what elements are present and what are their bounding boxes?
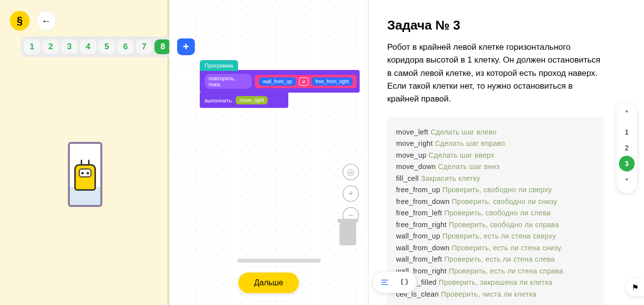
step-3[interactable]: 3 <box>61 39 78 54</box>
command-desc: Сделать шаг вверх <box>427 151 494 159</box>
command-row: wall_from_right Проверить, есть ли стена… <box>396 266 595 277</box>
command-row: move_down Сделать шаг вниз <box>396 161 595 172</box>
block-editor-panel: + Программа повторять, пока wall_from_up… <box>169 0 368 305</box>
command-desc: Сделать шаг вниз <box>436 163 500 170</box>
canvas-controls: ◎ + − <box>342 164 359 224</box>
command-name: free_from_down <box>396 198 450 205</box>
next-button[interactable]: Дальше <box>238 272 299 293</box>
block-program-header[interactable]: Программа <box>200 60 238 71</box>
zoom-in-button[interactable]: + <box>342 185 359 202</box>
block-program[interactable]: Программа повторять, пока wall_from_up и… <box>200 60 360 108</box>
command-desc: Проверить, свободно ли сверху <box>440 186 552 194</box>
command-name: free_from_left <box>396 209 442 217</box>
command-row: free_from_left Проверить, свободно ли сл… <box>396 207 595 219</box>
subtask-up-button[interactable]: ˄ <box>619 106 634 121</box>
repeat-label: повторять, пока <box>205 74 252 89</box>
cond-and[interactable]: и <box>299 77 309 86</box>
commands-reference: move_left Сделать шаг влевоmove_right Сд… <box>387 117 604 305</box>
command-row: move_left Сделать шаг влево <box>396 127 595 138</box>
command-desc: Проверить, закрашена ли клетка <box>436 278 552 286</box>
task-title: Задача № 3 <box>387 18 629 33</box>
command-name: free_from_up <box>396 186 440 194</box>
command-row: cell_is_filled Проверить, закрашена ли к… <box>396 277 595 288</box>
command-name: move_down <box>396 163 436 170</box>
flag-button[interactable]: ⚑ <box>626 278 644 296</box>
braces-icon <box>400 278 409 287</box>
command-desc: Проверить, есть ли стена снизу <box>450 244 561 252</box>
command-row: cell_is_clean Проверить, чиста ли клетка <box>396 289 595 300</box>
step-1[interactable]: 1 <box>24 39 40 54</box>
subtask-down-button[interactable]: ˅ <box>619 174 634 189</box>
step-8[interactable]: 8 <box>154 39 171 54</box>
block-do[interactable]: выполнить move_right <box>200 93 288 108</box>
command-row: wall_from_down Проверить, есть ли стена … <box>396 242 595 254</box>
command-row: move_right Сделать шаг вправо <box>396 138 595 149</box>
robot-icon <box>74 164 96 191</box>
command-name: wall_from_up <box>396 232 440 240</box>
trash-icon[interactable] <box>339 223 356 245</box>
view-code-button[interactable] <box>395 274 414 291</box>
view-toggle <box>372 271 417 293</box>
command-desc: Сделать шаг вправо <box>433 139 505 147</box>
cond-chip-2[interactable]: free_from_right <box>311 77 353 86</box>
top-bar: § ← <box>0 0 167 31</box>
robot-preview <box>68 142 102 207</box>
app-logo[interactable]: § <box>10 11 30 31</box>
do-label: выполнить <box>205 98 232 103</box>
back-button[interactable]: ← <box>36 11 56 31</box>
view-text-button[interactable] <box>375 274 395 291</box>
subtask-nav: ˄ 123 ˅ <box>616 102 637 193</box>
command-row: free_from_right Проверить, свободно ли с… <box>396 219 595 231</box>
command-desc: Проверить, свободно ли слева <box>442 209 551 217</box>
subtask-2[interactable]: 2 <box>619 140 635 156</box>
step-4[interactable]: 4 <box>80 39 96 54</box>
command-name: fill_cell <box>396 174 419 182</box>
action-chip[interactable]: move_right <box>236 96 268 104</box>
command-name: wall_from_left <box>396 255 442 263</box>
subtask-1[interactable]: 1 <box>619 124 635 140</box>
step-5[interactable]: 5 <box>98 39 115 54</box>
text-lines-icon <box>380 278 389 287</box>
step-6[interactable]: 6 <box>117 39 134 54</box>
command-name: move_up <box>396 151 427 159</box>
task-panel: Задача № 3 Робот в крайней левой клетке … <box>368 0 644 305</box>
command-desc: Проверить, чиста ли клетка <box>439 290 537 298</box>
add-block-button[interactable]: + <box>177 38 195 55</box>
subtask-3[interactable]: 3 <box>619 156 635 171</box>
command-row: free_from_up Проверить, свободно ли свер… <box>396 184 595 196</box>
command-row: wall_from_left Проверить, есть ли стена … <box>396 254 595 265</box>
command-desc: Проверить, свободно ли справа <box>447 221 559 229</box>
command-row: free_from_down Проверить, свободно ли сн… <box>396 196 595 207</box>
command-name: free_from_right <box>396 221 447 229</box>
recenter-button[interactable]: ◎ <box>342 164 359 180</box>
task-description: Робот в крайней левой клетке горизонталь… <box>387 41 604 106</box>
command-name: move_right <box>396 139 433 147</box>
command-desc: Проверить, есть ли стена справа <box>447 267 563 275</box>
command-name: move_left <box>396 128 429 136</box>
step-2[interactable]: 2 <box>42 39 59 54</box>
step-nav: 12345678 <box>21 36 174 57</box>
command-row: wall_from_up Проверить, есть ли стена св… <box>396 231 595 242</box>
horizontal-scrollbar[interactable] <box>237 259 321 263</box>
command-desc: Проверить, свободно ли снизу <box>450 198 557 205</box>
command-row: fill_cell Закрасить клетку <box>396 173 595 184</box>
command-desc: Проверить, есть ли стена слева <box>442 255 555 263</box>
cond-chip-1[interactable]: wall_from_up <box>259 77 296 86</box>
left-panel: § ← 12345678 <box>0 0 169 305</box>
block-condition[interactable]: wall_from_up и free_from_right <box>255 75 357 88</box>
command-desc: Сделать шаг влево <box>429 128 497 136</box>
block-repeat[interactable]: повторять, пока wall_from_up и free_from… <box>200 70 360 93</box>
command-desc: Закрасить клетку <box>419 174 480 182</box>
command-desc: Проверить, есть ли стена сверху <box>440 232 556 240</box>
command-name: wall_from_down <box>396 244 450 252</box>
command-row: move_up Сделать шаг вверх <box>396 150 595 161</box>
step-7[interactable]: 7 <box>136 39 153 54</box>
